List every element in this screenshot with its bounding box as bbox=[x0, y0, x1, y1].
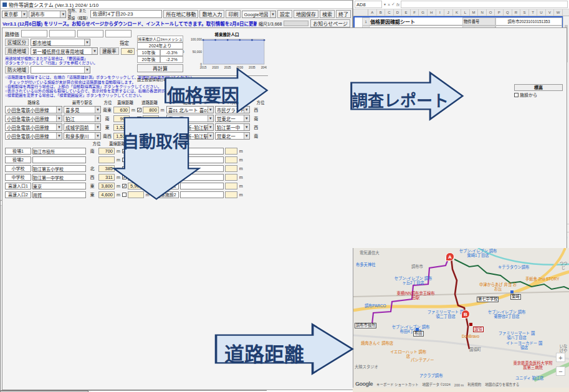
kuiki-select[interactable]: 都市地域▼ bbox=[31, 39, 90, 46]
station-select[interactable]: 喜多見▼ bbox=[64, 106, 101, 113]
print-button[interactable]: 印刷 bbox=[226, 10, 241, 18]
column-header-B[interactable]: B bbox=[377, 9, 386, 16]
column-header-H[interactable]: H bbox=[428, 9, 436, 16]
column-header-L[interactable]: L bbox=[461, 9, 470, 16]
map-label: 調布PARCO bbox=[365, 304, 386, 308]
route-marker-B[interactable]: B bbox=[461, 310, 470, 318]
column-header-M[interactable]: M bbox=[470, 9, 479, 16]
rail-line-select[interactable]: 小田急電鉄小田原線▼ bbox=[5, 106, 62, 113]
rail-line-select[interactable]: 小田急電鉄小田原線▼ bbox=[5, 115, 62, 122]
quit-button[interactable]: 終了 bbox=[336, 10, 351, 18]
column-header-P[interactable]: P bbox=[495, 9, 504, 16]
road-distance[interactable]: 800 bbox=[143, 107, 159, 113]
station-select[interactable]: 狛江▼ bbox=[64, 115, 101, 122]
cell-name-box[interactable]: AD8 bbox=[355, 1, 382, 8]
straight-distance[interactable]: 630 bbox=[113, 107, 130, 113]
column-header-I[interactable]: I bbox=[436, 9, 445, 16]
column-header-V[interactable]: V bbox=[546, 9, 555, 16]
column-header-F[interactable]: F bbox=[411, 9, 419, 16]
facility2-distance[interactable] bbox=[225, 174, 237, 181]
rosenka-input[interactable] bbox=[105, 30, 131, 37]
yoto-label: 用途地域 bbox=[5, 47, 29, 55]
column-header-C[interactable]: C bbox=[385, 9, 394, 16]
facility2-distance[interactable] bbox=[225, 191, 237, 198]
kenpei-value[interactable]: 40 bbox=[121, 48, 135, 55]
route-map[interactable]: + − Google キーボード ショートカット 地図データ ©2024 200… bbox=[353, 248, 569, 388]
sheet-cell[interactable]: 価格要因確認シート bbox=[370, 17, 462, 26]
column-header-D[interactable]: D bbox=[394, 9, 403, 16]
map-label: 焼肉きんぐ 調布店 bbox=[361, 342, 393, 346]
column-header-O[interactable]: O bbox=[487, 9, 495, 16]
facility-name-input[interactable]: 用賀 bbox=[32, 191, 86, 198]
address-input[interactable]: 佐須町4丁目20-23 bbox=[90, 10, 162, 18]
move-to-address-button[interactable]: 所在地に移動 bbox=[163, 10, 198, 18]
facility2-distance[interactable] bbox=[225, 156, 237, 163]
plot-input-button[interactable]: 敷地入力 bbox=[199, 10, 224, 18]
settings-button[interactable]: 設定 bbox=[277, 10, 292, 18]
row-number[interactable]: 1 bbox=[362, 17, 370, 26]
sheet-cell[interactable]: 物件番号 bbox=[462, 17, 495, 26]
map-type-select[interactable]: Google地図▼ bbox=[242, 11, 276, 18]
prefecture-select[interactable]: 東京都▼ bbox=[2, 11, 27, 18]
fire-select[interactable]: ▼ bbox=[31, 66, 90, 74]
facility2-distance[interactable] bbox=[225, 165, 237, 172]
road-distance-checkbox[interactable] bbox=[137, 108, 141, 112]
column-header-G[interactable]: G bbox=[419, 9, 428, 16]
bus-stop-select[interactable]: 覚東北一▼ bbox=[215, 115, 250, 122]
population-base: 2024年より bbox=[137, 42, 183, 49]
sheet-cell[interactable]: 調布市20231010151353 bbox=[495, 17, 562, 26]
fx-icon[interactable]: fx bbox=[396, 2, 399, 7]
rosenka-input[interactable] bbox=[21, 30, 47, 37]
svg-text:将来推計人口: 将来推計人口 bbox=[215, 32, 239, 37]
select-all-corner[interactable] bbox=[353, 9, 368, 16]
column-header-N[interactable]: N bbox=[478, 9, 487, 16]
road-distance-arrow-label: 道路距離 bbox=[224, 338, 304, 367]
formula-bar[interactable] bbox=[401, 1, 568, 8]
cancel-icon[interactable]: × bbox=[388, 2, 390, 7]
rosenka-input[interactable] bbox=[49, 30, 75, 37]
station-select[interactable]: 成城学園前▼ bbox=[64, 123, 101, 131]
direction: 北 bbox=[87, 165, 97, 171]
column-header-S[interactable]: S bbox=[520, 9, 529, 16]
rosenka-input[interactable] bbox=[77, 30, 103, 37]
column-header-K[interactable]: K bbox=[453, 9, 462, 16]
column-header-U[interactable]: U bbox=[537, 9, 546, 16]
save-map-button[interactable]: 地図保存 bbox=[294, 10, 318, 18]
rail-line-select-value: 小田急電鉄小田原線 bbox=[7, 107, 56, 113]
facility-name-input[interactable] bbox=[32, 156, 86, 163]
station-select[interactable]: 和泉多摩川▼ bbox=[64, 132, 101, 140]
rail-line-select[interactable]: 小田急電鉄小田原線▼ bbox=[5, 123, 62, 131]
facility2-distance[interactable] bbox=[225, 148, 237, 155]
shortcut-link[interactable]: キーボード ショートカット bbox=[376, 382, 419, 387]
bus-stop-select[interactable]: 狛江第一中▼ bbox=[215, 123, 250, 131]
column-header-A[interactable]: A bbox=[368, 9, 377, 16]
direction: 南 bbox=[102, 115, 112, 122]
map-zoom-in-button[interactable]: + bbox=[556, 353, 565, 362]
rail-line-select[interactable]: 小田急電鉄小田原線▼ bbox=[5, 132, 62, 140]
unit: m bbox=[239, 166, 244, 171]
city-select[interactable]: 調布市▼ bbox=[29, 11, 66, 18]
terms-link[interactable]: 利用規約 bbox=[467, 382, 481, 387]
yoto-select[interactable]: 第一種低層住居専用地域▼ bbox=[31, 47, 98, 55]
notice-page-button[interactable]: お知らせページ bbox=[310, 19, 350, 27]
report-link[interactable]: 地図の誤りを報告する bbox=[485, 382, 519, 387]
bus-stop-select[interactable]: 覚東北一▼ bbox=[215, 132, 250, 140]
column-header-J[interactable]: J bbox=[444, 9, 453, 16]
search-button[interactable]: 検索 bbox=[320, 10, 335, 18]
facility-name-input[interactable]: 東京 bbox=[32, 183, 86, 189]
facility-table-headers: 方位直線距離道路距離 bbox=[2, 140, 567, 146]
facility-name-input[interactable]: 狛江市役所 bbox=[32, 148, 86, 155]
column-header-W[interactable]: W bbox=[554, 9, 563, 16]
facility2-distance[interactable] bbox=[225, 183, 237, 189]
route-marker-A[interactable]: A bbox=[446, 252, 454, 261]
enter-icon[interactable]: ✓ bbox=[391, 2, 395, 7]
map-label: 国領町 bbox=[469, 348, 481, 352]
column-header-Q[interactable]: Q bbox=[504, 9, 512, 16]
column-header-R[interactable]: R bbox=[512, 9, 521, 16]
column-header-E[interactable]: E bbox=[402, 9, 411, 16]
facility-name-input[interactable]: 狛江第五小学校 bbox=[32, 165, 86, 172]
elevation-checkbox[interactable] bbox=[514, 93, 519, 97]
column-header-T[interactable]: T bbox=[529, 9, 538, 16]
map-zoom-out-button[interactable]: − bbox=[556, 366, 565, 376]
facility-name-input[interactable]: 狛江第一中学校 bbox=[32, 174, 86, 181]
